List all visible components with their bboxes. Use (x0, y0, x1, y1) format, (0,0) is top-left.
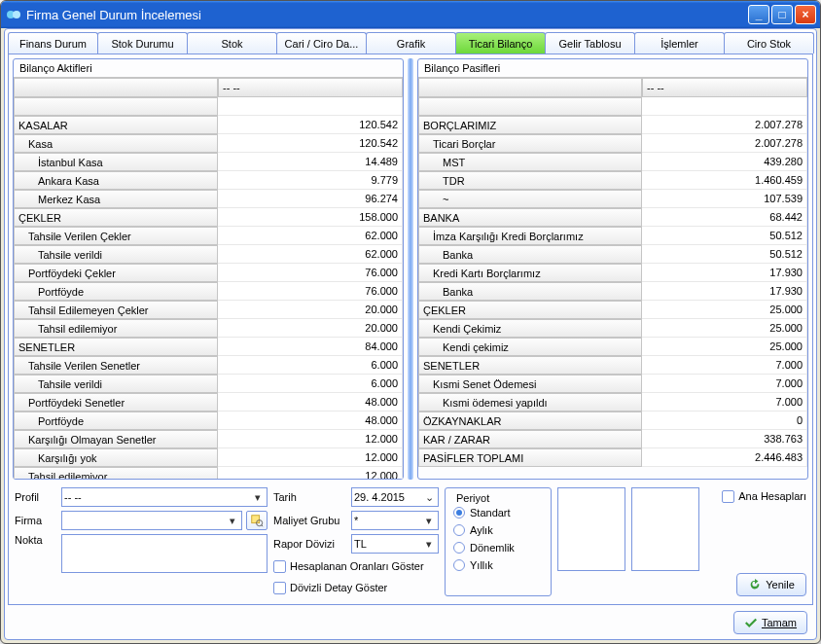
grid-header-value[interactable]: -- -- (642, 78, 807, 97)
table-row[interactable]: Tahsil edilemiyor20.000 (14, 319, 403, 338)
table-row[interactable]: İstanbul Kasa14.489 (14, 153, 403, 171)
maliyet-combo[interactable]: * ▾ (351, 511, 439, 530)
listbox-1[interactable] (557, 487, 625, 571)
chk-ana[interactable]: Ana Hesapları (722, 487, 806, 505)
table-row[interactable]: Kısmi Senet Ödemesi7.000 (418, 375, 807, 393)
table-row[interactable]: KAR / ZARAR338.763 (418, 430, 807, 448)
row-value: 12.000 (218, 430, 403, 448)
table-row[interactable]: Merkez Kasa96.274 (14, 190, 403, 208)
nokta-input[interactable] (61, 534, 268, 573)
grid-header-value[interactable]: -- -- (218, 78, 403, 97)
chevron-down-icon[interactable]: ▾ (251, 491, 265, 504)
table-row[interactable]: Banka17.930 (418, 282, 807, 301)
yenile-button[interactable]: Yenile (736, 573, 806, 596)
rapor-value: TL (354, 538, 367, 550)
row-label: MST (418, 153, 642, 171)
chevron-down-icon[interactable]: ⌄ (422, 491, 436, 504)
tarih-input[interactable]: 29. 4.2015 ⌄ (351, 487, 439, 507)
periyot-radio-1[interactable]: Aylık (453, 521, 543, 539)
chk-doviz[interactable]: Dövizli Detay Göster (273, 579, 439, 596)
table-row[interactable]: ÖZKAYNAKLAR0 (418, 411, 807, 430)
tab-4[interactable]: Grafik (366, 32, 456, 54)
table-row[interactable]: Tahsil Edilemeyen Çekler20.000 (14, 301, 403, 319)
tab-0[interactable]: Finans Durum (8, 32, 98, 54)
table-row[interactable]: ~107.539 (418, 190, 807, 208)
row-label: Karşılığı Olmayan Senetler (14, 430, 218, 448)
table-row[interactable] (418, 97, 807, 116)
table-row[interactable]: Portföyde48.000 (14, 411, 403, 430)
periyot-radio-0[interactable]: Standart (453, 504, 543, 521)
table-row[interactable]: KASALAR120.542 (14, 116, 403, 134)
table-row[interactable]: Tahsile verildi62.000 (14, 245, 403, 264)
table-row[interactable]: Karşılığı yok12.000 (14, 448, 403, 467)
table-row[interactable]: Portföydeki Çekler76.000 (14, 264, 403, 282)
profil-combo[interactable]: -- -- ▾ (61, 487, 268, 507)
table-row[interactable]: Tahsile Verilen Çekler62.000 (14, 227, 403, 245)
tab-3[interactable]: Cari / Ciro Da... (276, 32, 367, 54)
periyot-label: Standart (470, 507, 511, 519)
grid-aktif[interactable]: -- --KASALAR120.542Kasa120.542İstanbul K… (14, 77, 403, 479)
table-row[interactable]: SENETLER84.000 (14, 338, 403, 356)
chk-doviz-label: Dövizli Detay Göster (290, 582, 387, 593)
panel-splitter[interactable] (408, 58, 413, 480)
tab-1[interactable]: Stok Durumu (97, 32, 188, 54)
row-label: Tahsil Edilemeyen Çekler (14, 301, 218, 319)
table-row[interactable]: Ankara Kasa9.779 (14, 171, 403, 190)
chevron-down-icon[interactable]: ▾ (226, 515, 239, 527)
table-row[interactable]: MST439.280 (418, 153, 807, 171)
row-label: Tahsile verildi (14, 375, 218, 393)
table-row[interactable]: TDR1.460.459 (418, 171, 807, 190)
table-row[interactable]: ÇEKLER25.000 (418, 301, 807, 319)
table-row[interactable]: ÇEKLER158.000 (14, 208, 403, 227)
tab-6[interactable]: Gelir Tablosu (545, 32, 635, 54)
firma-combo[interactable]: ▾ (61, 511, 242, 530)
tab-8[interactable]: Ciro Stok (724, 32, 814, 54)
tab-5[interactable]: Ticari Bilanço (455, 32, 546, 54)
table-row[interactable]: Kendi Çekimiz25.000 (418, 319, 807, 338)
table-row[interactable]: Kısmi ödemesi yapıldı7.000 (418, 393, 807, 411)
svg-rect-2 (252, 516, 260, 523)
checkbox-icon (722, 490, 734, 503)
close-button[interactable]: × (795, 5, 816, 24)
periyot-radio-2[interactable]: Dönemlik (453, 539, 543, 556)
table-row[interactable]: Kredi Kartı Borçlarımız17.930 (418, 264, 807, 282)
table-row[interactable]: Kendi çekimiz25.000 (418, 338, 807, 356)
table-row[interactable]: SENETLER7.000 (418, 356, 807, 375)
table-row[interactable]: İmza Karşılığı Kredi Borçlarımız50.512 (418, 227, 807, 245)
table-row[interactable]: BORÇLARIMIZ2.007.278 (418, 116, 807, 134)
table-row[interactable]: Tahsile Verilen Senetler6.000 (14, 356, 403, 375)
rapor-combo[interactable]: TL ▾ (351, 534, 439, 554)
firma-lookup-button[interactable] (246, 511, 268, 530)
grid-pasif[interactable]: -- --BORÇLARIMIZ2.007.278Ticari Borçlar2… (418, 77, 807, 479)
table-row[interactable]: Kasa120.542 (14, 134, 403, 153)
row-label: Portföyde (14, 282, 218, 301)
tab-2[interactable]: Stok (187, 32, 277, 54)
chevron-down-icon[interactable]: ▾ (422, 515, 436, 527)
row-value: 2.007.278 (642, 116, 807, 134)
table-row[interactable]: Tahsil edilemiyor12.000 (14, 467, 403, 479)
tamam-button[interactable]: Tamam (733, 611, 807, 634)
listbox-2[interactable] (631, 487, 699, 571)
table-row[interactable]: Portföydeki Senetler48.000 (14, 393, 403, 411)
periyot-radio-3[interactable]: Yıllık (453, 556, 543, 574)
yenile-label: Yenile (766, 579, 795, 590)
chevron-down-icon[interactable]: ▾ (422, 538, 436, 551)
table-row[interactable] (14, 97, 403, 116)
minimize-button[interactable]: _ (748, 5, 769, 24)
table-row[interactable]: Tahsile verildi6.000 (14, 375, 403, 393)
radio-icon (453, 559, 465, 571)
table-row[interactable]: BANKA68.442 (418, 208, 807, 227)
table-row[interactable]: Karşılığı Olmayan Senetler12.000 (14, 430, 403, 448)
grid-header-label[interactable] (14, 78, 218, 97)
row-value: 62.000 (218, 227, 403, 245)
grid-header-label[interactable] (418, 78, 642, 97)
row-label: Karşılığı yok (14, 448, 218, 467)
maximize-button[interactable]: □ (771, 5, 793, 24)
table-row[interactable]: Portföyde76.000 (14, 282, 403, 301)
tab-7[interactable]: İşlemler (634, 32, 725, 54)
table-row[interactable]: Banka50.512 (418, 245, 807, 264)
table-row[interactable]: PASİFLER TOPLAMI2.446.483 (418, 448, 807, 467)
chk-oranlar[interactable]: Hesaplanan Oranları Göster (273, 557, 439, 575)
table-row[interactable]: Ticari Borçlar2.007.278 (418, 134, 807, 153)
row-value: 158.000 (218, 208, 403, 227)
